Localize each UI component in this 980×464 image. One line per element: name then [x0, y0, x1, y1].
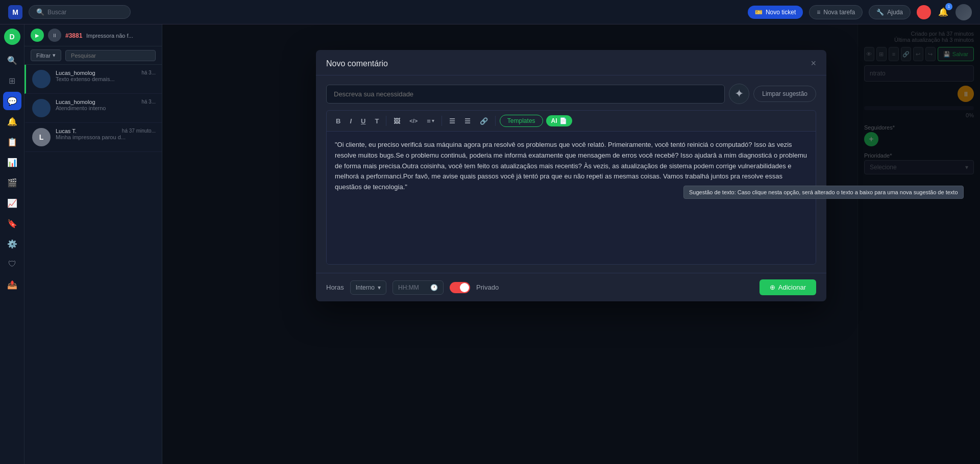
clock-icon: 🕐: [430, 284, 438, 291]
modal-header: Novo comentário ×: [316, 50, 826, 75]
new-ticket-button[interactable]: 🎫 Novo ticket: [748, 6, 803, 19]
avatar: [32, 70, 51, 88]
sidebar-item-analytics[interactable]: 📈: [3, 194, 21, 212]
ticket-info: #3881 Impressora não f...: [65, 32, 133, 39]
privado-toggle[interactable]: [450, 282, 470, 293]
sidebar-item-notifications[interactable]: 🔔: [3, 112, 21, 131]
adicionar-button[interactable]: ⊕ Adicionar: [760, 279, 816, 295]
link-button[interactable]: 🔗: [477, 115, 491, 127]
ai-toggle-button[interactable]: AI 📄: [546, 115, 572, 126]
modal-close-button[interactable]: ×: [811, 58, 816, 69]
ai-describe-input[interactable]: [326, 85, 725, 104]
ticket-header: ▶ ⏸ #3881 Impressora não f...: [24, 24, 162, 46]
filter-button[interactable]: Filtrar ▾: [31, 49, 61, 61]
toggle-knob: [460, 283, 469, 292]
list-item[interactable]: Lucas_homolog há 3... Texto extenso dema…: [24, 65, 162, 94]
strikethrough-button[interactable]: T: [372, 115, 382, 127]
ai-doc-icon: 📄: [559, 117, 567, 124]
ticket-id: #3881 Impressora não f...: [65, 32, 133, 39]
new-comment-modal: Novo comentário × ✦ Limpar sugestão B I …: [316, 50, 826, 301]
avatar: [32, 99, 51, 117]
code-button[interactable]: </>: [406, 116, 421, 126]
avatar: L: [32, 128, 51, 146]
play-button[interactable]: ▶: [31, 29, 44, 42]
sidebar-item-tasks[interactable]: 📋: [3, 133, 21, 151]
main-layout: D 🔍 ⊞ 💬 🔔 📋 📊 🎬 📈 🔖 ⚙️ 🛡 📤 ▶ ⏸ #3881 Imp…: [0, 24, 980, 464]
ticket-icon: 🎫: [755, 9, 763, 16]
modal-footer: Horas Interno ▾ HH:MM 🕐 Privado ⊕ Adicio…: [316, 273, 826, 301]
sidebar-item-search[interactable]: 🔍: [3, 51, 21, 69]
search-icon: 🔍: [36, 8, 44, 16]
user-avatar[interactable]: [955, 4, 972, 20]
sidebar-item-reports[interactable]: 📊: [3, 153, 21, 171]
help-button[interactable]: 🔧 Ajuda: [869, 5, 911, 19]
sidebar-item-messages[interactable]: 💬: [3, 92, 21, 110]
ai-icon-button[interactable]: ✦: [729, 84, 749, 104]
time-input[interactable]: HH:MM 🕐: [393, 280, 444, 295]
status-indicator: [917, 5, 931, 19]
sidebar-item-export[interactable]: 📤: [3, 275, 21, 294]
conversation-search-input[interactable]: [65, 50, 156, 61]
sidebar-item-media[interactable]: 🎬: [3, 173, 21, 192]
conv-info: Lucas_homolog há 3... Atendimento intern…: [56, 99, 156, 117]
ordered-list-button[interactable]: ☰: [461, 115, 474, 127]
pause-button[interactable]: ⏸: [48, 29, 61, 42]
ai-tooltip: Sugestão de texto: Caso clique nesta opç…: [683, 186, 964, 199]
toolbar-separator-3: [495, 116, 496, 126]
bold-button[interactable]: B: [333, 115, 344, 127]
list-item[interactable]: Lucas_homolog há 3... Atendimento intern…: [24, 94, 162, 123]
left-toolbar: Filtrar ▾: [24, 46, 162, 65]
task-icon: ≡: [817, 9, 820, 16]
horas-label: Horas: [326, 283, 344, 291]
chevron-down-icon: ▾: [378, 284, 381, 291]
toolbar-separator: [386, 116, 386, 126]
topnav: M 🔍 Buscar 🎫 Novo ticket ≡ Nova tarefa 🔧…: [0, 0, 980, 24]
sidebar-user-avatar: D: [4, 29, 20, 45]
modal-body: ✦ Limpar sugestão B I U T 🖼 </> ≡ ▾: [316, 75, 826, 273]
help-icon: 🔧: [876, 9, 884, 16]
sidebar-item-dashboard[interactable]: ⊞: [3, 71, 21, 90]
notifications-icon[interactable]: 🔔 1: [936, 5, 950, 19]
underline-button[interactable]: U: [358, 115, 369, 127]
editor-toolbar: B I U T 🖼 </> ≡ ▾ ☰ ☰ 🔗 Templates: [327, 111, 816, 132]
ai-text-label: AI: [551, 117, 557, 124]
new-task-button[interactable]: ≡ Nova tarefa: [809, 5, 863, 19]
toolbar-separator-2: [442, 116, 442, 126]
topnav-icons: 🔔 1: [917, 4, 972, 20]
sidebar-item-settings[interactable]: ⚙️: [3, 235, 21, 253]
app-logo: M: [8, 5, 22, 19]
plus-icon: ⊕: [770, 283, 775, 291]
align-button[interactable]: ≡ ▾: [424, 115, 437, 127]
sidebar: D 🔍 ⊞ 💬 🔔 📋 📊 🎬 📈 🔖 ⚙️ 🛡 📤: [0, 24, 24, 464]
list-item[interactable]: L Lucas T. há 37 minuto... Minha impress…: [24, 123, 162, 152]
sidebar-item-security[interactable]: 🛡: [3, 255, 21, 273]
main-content: Novo comentário × ✦ Limpar sugestão B I …: [162, 24, 980, 464]
clear-suggestion-button[interactable]: Limpar sugestão: [753, 86, 816, 102]
templates-button[interactable]: Templates: [500, 115, 543, 127]
global-search[interactable]: 🔍 Buscar: [29, 5, 131, 19]
image-button[interactable]: 🖼: [390, 115, 403, 127]
conv-info: Lucas T. há 37 minuto... Minha impressor…: [56, 128, 156, 146]
conversation-list: Lucas_homolog há 3... Texto extenso dema…: [24, 65, 162, 464]
bullet-list-button[interactable]: ☰: [446, 115, 458, 127]
interno-select[interactable]: Interno ▾: [350, 280, 386, 295]
sidebar-item-bookmarks[interactable]: 🔖: [3, 214, 21, 233]
ai-suggestion-row: ✦ Limpar sugestão: [326, 84, 816, 104]
conv-info: Lucas_homolog há 3... Texto extenso dema…: [56, 70, 156, 88]
modal-title: Novo comentário: [326, 59, 388, 68]
italic-button[interactable]: I: [347, 115, 355, 127]
left-panel: ▶ ⏸ #3881 Impressora não f... Filtrar ▾: [24, 24, 162, 464]
chevron-down-icon: ▾: [53, 52, 56, 59]
privado-label: Privado: [476, 283, 499, 291]
editor-content[interactable]: "Oi cliente, eu preciso verificá sua máq…: [335, 140, 807, 193]
